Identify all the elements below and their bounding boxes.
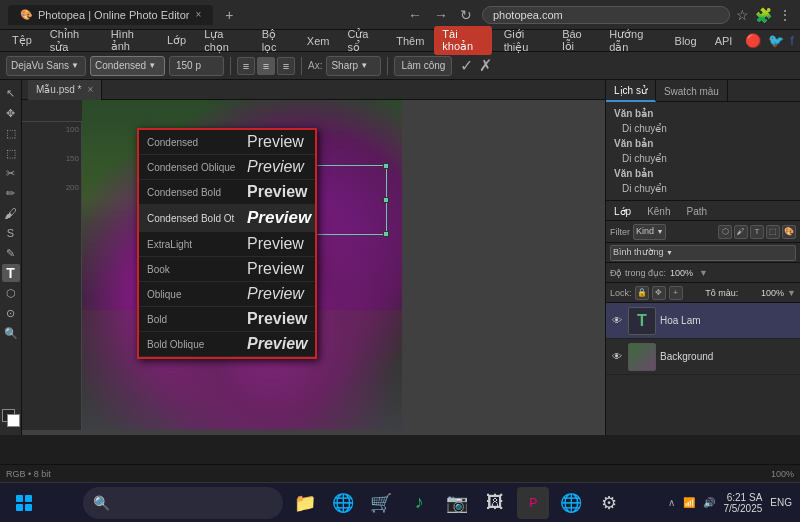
cancel-button[interactable]: ✗ [479, 56, 492, 75]
refresh-button[interactable]: ↻ [456, 5, 476, 25]
taskbar-chrome[interactable]: 🌐 [555, 487, 587, 519]
menu-window[interactable]: Cửa sổ [339, 26, 386, 56]
layer-item-hoa-lam[interactable]: 👁 T Hoa Lam [606, 303, 800, 339]
lock-all-button[interactable]: + [669, 286, 683, 300]
menu-edit[interactable]: Chỉnh sửa [42, 26, 101, 56]
font-item-oblique[interactable]: Oblique Preview [139, 282, 315, 307]
fill-dropdown-icon[interactable]: ▼ [787, 288, 796, 298]
menu-guide[interactable]: Hướng dẫn [601, 26, 664, 56]
confirm-button[interactable]: ✓ [460, 56, 473, 75]
handle-mr[interactable] [383, 197, 389, 203]
address-bar[interactable]: photopea.com [482, 6, 730, 24]
tab-swatch[interactable]: Swatch màu [656, 80, 728, 102]
antialiasing-select[interactable]: Sharp ▼ [326, 56, 381, 76]
bookmark-icon[interactable]: ☆ [736, 7, 749, 23]
menu-file[interactable]: Tệp [4, 32, 40, 49]
tool-stamp[interactable]: S [2, 224, 20, 242]
tab-layers[interactable]: Lớp [606, 201, 639, 221]
font-item-condensed-bold-ot[interactable]: Condensed Bold Ot Preview [139, 205, 315, 232]
taskbar-file-explorer[interactable]: 📁 [289, 487, 321, 519]
tab-channels[interactable]: Kênh [639, 201, 678, 221]
history-submove-3[interactable]: Di chuyển [606, 181, 800, 196]
menu-select[interactable]: Lựa chọn [196, 26, 252, 56]
tool-move[interactable]: ↖ [2, 84, 20, 102]
filter-icon-2[interactable]: 🖌 [734, 225, 748, 239]
layer-item-background[interactable]: 👁 Background [606, 339, 800, 375]
canvas-tab-close[interactable]: × [87, 84, 93, 95]
font-item-bold-oblique[interactable]: Bold Oblique Preview [139, 332, 315, 357]
settings-icon[interactable]: ⋮ [778, 7, 792, 23]
canvas-tab-main[interactable]: Mẫu.psd * × [28, 80, 102, 100]
font-item-book[interactable]: Book Preview [139, 257, 315, 282]
opacity-dropdown-icon[interactable]: ▼ [699, 268, 708, 278]
font-style-select[interactable]: Condensed ▼ [90, 56, 165, 76]
warp-button[interactable]: Làm công [394, 56, 452, 76]
tool-eraser[interactable]: ✎ [2, 244, 20, 262]
menu-layer[interactable]: Lớp [159, 32, 194, 49]
tab-close-button[interactable]: × [195, 9, 201, 20]
taskbar-store[interactable]: 🛒 [365, 487, 397, 519]
menu-api[interactable]: API [707, 33, 741, 49]
handle-tr[interactable] [383, 163, 389, 169]
tool-lasso[interactable]: ⬚ [2, 144, 20, 162]
tool-text[interactable]: T [2, 264, 20, 282]
history-submove-2[interactable]: Di chuyển [606, 151, 800, 166]
taskbar-spotify[interactable]: ♪ [403, 487, 435, 519]
system-tray-up[interactable]: ∧ [668, 497, 675, 508]
font-family-select[interactable]: DejaVu Sans ▼ [6, 56, 86, 76]
font-item-condensed-bold[interactable]: Condensed Bold Preview [139, 180, 315, 205]
layer-visibility-hoa-lam[interactable]: 👁 [610, 314, 624, 328]
lock-pixels-button[interactable]: 🔒 [635, 286, 649, 300]
back-button[interactable]: ← [404, 5, 426, 25]
handle-br[interactable] [383, 231, 389, 237]
extensions-icon[interactable]: 🧩 [755, 7, 772, 23]
background-color[interactable] [7, 414, 20, 427]
start-button[interactable] [8, 487, 40, 519]
forward-button[interactable]: → [430, 5, 452, 25]
align-right-button[interactable]: ≡ [277, 57, 295, 75]
filter-icon-3[interactable]: T [750, 225, 764, 239]
menu-view[interactable]: Xem [299, 33, 338, 49]
taskbar-photos[interactable]: 🖼 [479, 487, 511, 519]
menu-more[interactable]: Thêm [388, 33, 432, 49]
tool-crop[interactable]: ✂ [2, 164, 20, 182]
tool-gradient[interactable]: ⊙ [2, 304, 20, 322]
tab-history[interactable]: Lịch sử [606, 80, 656, 102]
blend-mode-select[interactable]: Bình thường ▼ [610, 245, 796, 261]
lang-indicator[interactable]: ENG [770, 497, 792, 508]
filter-icon-1[interactable]: ⬡ [718, 225, 732, 239]
history-item-1[interactable]: Văn bản [606, 106, 800, 121]
menu-report[interactable]: Báo lỗi [554, 26, 599, 55]
menu-about[interactable]: Giới thiệu [496, 26, 553, 56]
font-item-condensed-oblique[interactable]: Condensed Oblique Preview [139, 155, 315, 180]
taskbar-camera[interactable]: 📷 [441, 487, 473, 519]
tab-path[interactable]: Path [678, 201, 715, 221]
taskbar-photopea[interactable]: P [517, 487, 549, 519]
tool-select-move[interactable]: ✥ [2, 104, 20, 122]
tool-brush[interactable]: 🖌 [2, 204, 20, 222]
tool-shape[interactable]: ⬡ [2, 284, 20, 302]
kind-select[interactable]: Kind ▼ [633, 224, 666, 240]
font-item-extralight[interactable]: ExtraLight Preview [139, 232, 315, 257]
align-left-button[interactable]: ≡ [237, 57, 255, 75]
menu-blog[interactable]: Blog [667, 33, 705, 49]
history-item-2[interactable]: Văn bản [606, 136, 800, 151]
taskbar-search[interactable]: 🔍 [83, 487, 283, 519]
font-item-bold[interactable]: Bold Preview [139, 307, 315, 332]
filter-icon-5[interactable]: 🎨 [782, 225, 796, 239]
taskbar-clock[interactable]: 6:21 SA 7/5/2025 [723, 492, 762, 514]
menu-filter[interactable]: Bộ lọc [254, 26, 297, 56]
tool-zoom[interactable]: 🔍 [2, 324, 20, 342]
layer-visibility-bg[interactable]: 👁 [610, 350, 624, 364]
font-item-condensed[interactable]: Condensed Preview [139, 130, 315, 155]
filter-icon-4[interactable]: ⬚ [766, 225, 780, 239]
menu-account[interactable]: Tài khoản [434, 26, 491, 55]
tool-pen[interactable]: ✏ [2, 184, 20, 202]
taskbar-edge[interactable]: 🌐 [327, 487, 359, 519]
lock-position-button[interactable]: ✥ [652, 286, 666, 300]
history-submove-1[interactable]: Di chuyển [606, 121, 800, 136]
tool-rect-select[interactable]: ⬚ [2, 124, 20, 142]
history-item-3[interactable]: Văn bản [606, 166, 800, 181]
menu-image[interactable]: Hình ảnh [103, 26, 157, 55]
align-center-button[interactable]: ≡ [257, 57, 275, 75]
